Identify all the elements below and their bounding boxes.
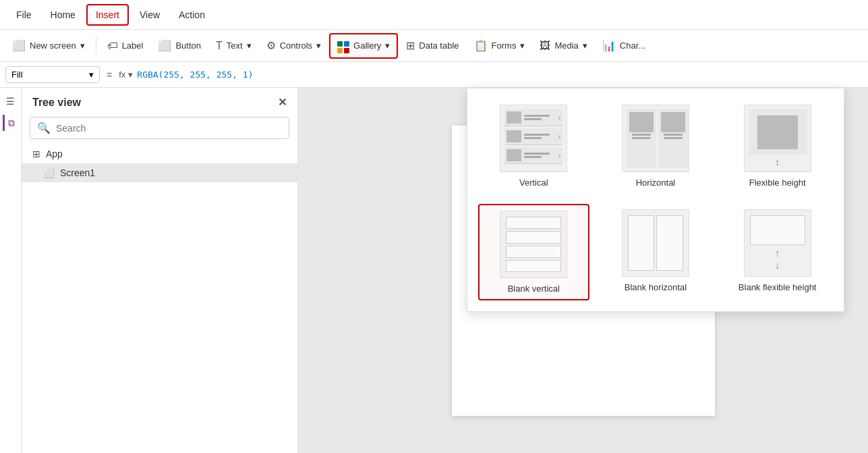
button-icon: ⬜ (158, 39, 171, 52)
chart-label: Char... (620, 41, 645, 51)
menu-action[interactable]: Action (171, 5, 213, 24)
gallery-option-blank-horizontal[interactable]: Blank horizontal (600, 204, 712, 300)
blank-horizontal-thumb (622, 209, 689, 277)
property-label: Fill (11, 70, 23, 80)
toolbar: ⬜ New screen ▾ 🏷 Label ⬜ Button T Text ▾… (0, 30, 868, 62)
data-table-button[interactable]: ⊞ Data table (399, 35, 465, 56)
text-label: Text (227, 41, 243, 51)
equals-sign: = (104, 70, 115, 80)
blank-flexible-height-thumb: ↑ ↓ (744, 209, 811, 277)
formula-bar: Fill ▾ = fx ▾ RGBA(255, 255, 255, 1) (0, 62, 868, 88)
menu-file[interactable]: File (8, 5, 40, 24)
new-screen-chevron: ▾ (80, 41, 85, 51)
gallery-label: Gallery (353, 41, 381, 51)
tree-item-app-label: App (46, 149, 63, 159)
label-button[interactable]: 🏷 Label (100, 36, 150, 56)
flexible-height-label: Flexible height (749, 178, 806, 188)
controls-chevron: ▾ (316, 41, 321, 51)
formula-dropdown-arrow[interactable]: ▾ (128, 70, 133, 80)
layers-icon[interactable]: ⧉ (3, 115, 19, 131)
forms-chevron: ▾ (520, 41, 525, 51)
label-icon: 🏷 (107, 40, 118, 52)
toolbar-sep-1 (96, 36, 96, 55)
menu-insert[interactable]: Insert (86, 4, 129, 26)
tree-item-screen1-label: Screen1 (60, 167, 95, 178)
media-label: Media (554, 41, 578, 51)
media-icon: 🖼 (540, 40, 550, 52)
fx-label: fx (119, 70, 125, 80)
hamburger-icon[interactable]: ☰ (3, 93, 19, 109)
gallery-icon (337, 38, 349, 53)
screen-icon: ⬜ (43, 167, 55, 178)
controls-icon: ⚙ (266, 39, 276, 52)
blank-vertical-label: Blank vertical (508, 284, 560, 294)
gallery-option-vertical[interactable]: › › › (478, 99, 589, 193)
chart-button[interactable]: 📊 Char... (596, 35, 652, 56)
blank-vertical-thumb (500, 211, 567, 278)
flexible-height-thumb: ↕ (744, 105, 811, 172)
flex-arrow-down: ↓ (775, 260, 780, 271)
sidebar: Tree view ✕ 🔍 ⊞ App ⬜ Screen1 (22, 88, 298, 453)
new-screen-button[interactable]: ⬜ New screen ▾ (5, 35, 92, 56)
search-icon: 🔍 (37, 122, 51, 134)
formula-value: RGBA(255, 255, 255, 1) (137, 70, 253, 80)
forms-icon: 📋 (474, 39, 488, 52)
gallery-grid: › › › (478, 99, 833, 300)
media-chevron: ▾ (583, 41, 587, 51)
property-dropdown[interactable]: Fill ▾ (5, 66, 100, 83)
gallery-option-horizontal[interactable]: Horizontal (600, 99, 712, 193)
button-label: Button (175, 41, 201, 51)
new-screen-label: New screen (30, 41, 76, 51)
tree-item-app[interactable]: ⊞ App (22, 144, 297, 163)
search-container: 🔍 (30, 117, 289, 139)
forms-button[interactable]: 📋 Forms ▾ (467, 35, 532, 56)
data-table-icon: ⊞ (406, 39, 415, 52)
media-button[interactable]: 🖼 Media ▾ (533, 36, 594, 56)
close-icon[interactable]: ✕ (278, 96, 287, 109)
horizontal-thumb (622, 105, 689, 172)
new-screen-icon: ⬜ (12, 39, 26, 52)
gallery-dropdown: › › › (467, 88, 844, 312)
button-button[interactable]: ⬜ Button (151, 35, 208, 56)
forms-label: Forms (492, 41, 517, 51)
sidebar-title: Tree view (32, 97, 81, 109)
canvas-area: › › › (298, 88, 868, 453)
gallery-option-blank-vertical[interactable]: Blank vertical (478, 204, 589, 300)
horizontal-label: Horizontal (636, 178, 676, 188)
main-layout: ☰ ⧉ Tree view ✕ 🔍 ⊞ App ⬜ Screen1 (0, 88, 868, 453)
menu-bar: File Home Insert View Action (0, 0, 868, 30)
search-input[interactable] (56, 123, 282, 134)
text-icon: T (216, 40, 223, 52)
chart-icon: 📊 (602, 39, 616, 52)
tree-item-screen1[interactable]: ⬜ Screen1 (22, 163, 297, 182)
menu-home[interactable]: Home (42, 5, 84, 24)
gallery-option-flexible-height[interactable]: ↕ Flexible height (722, 99, 833, 193)
fx-area: fx ▾ (119, 70, 133, 80)
menu-view[interactable]: View (132, 5, 168, 24)
blank-flexible-height-label: Blank flexible height (739, 282, 817, 292)
sidebar-header: Tree view ✕ (22, 88, 297, 117)
gallery-button[interactable]: Gallery ▾ (329, 33, 398, 59)
flex-arrow-up: ↑ (775, 248, 780, 259)
data-table-label: Data table (419, 41, 459, 51)
controls-button[interactable]: ⚙ Controls ▾ (260, 35, 328, 56)
gallery-option-blank-flexible-height[interactable]: ↑ ↓ Blank flexible height (722, 204, 833, 300)
text-chevron: ▾ (247, 41, 252, 51)
gallery-chevron: ▾ (385, 41, 390, 51)
blank-horizontal-label: Blank horizontal (625, 282, 687, 292)
vertical-label: Vertical (519, 178, 548, 188)
left-panel: ☰ ⧉ (0, 88, 22, 453)
text-button[interactable]: T Text ▾ (209, 36, 258, 56)
property-chevron: ▾ (89, 70, 94, 80)
vertical-thumb: › › › (500, 105, 567, 172)
controls-label: Controls (280, 41, 312, 51)
app-icon: ⊞ (32, 149, 40, 159)
label-label: Label (122, 41, 144, 51)
